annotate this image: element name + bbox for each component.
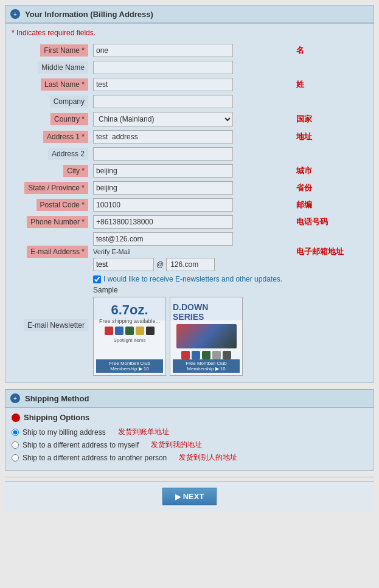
color-dot bbox=[181, 351, 190, 359]
newsletter-images: 6.7oz. Free shipping available... bbox=[93, 297, 365, 376]
shipping-option-1: Ship to my billing address 发货到账单地址 bbox=[12, 427, 367, 437]
shipping-options-container: Shipping Options Ship to my billing addr… bbox=[5, 407, 374, 471]
color-dot bbox=[125, 327, 134, 335]
address2-row: Address 2 bbox=[12, 145, 367, 162]
page-wrapper: + Your Information (Billing Address) * I… bbox=[0, 0, 379, 516]
phone-annotation: 电话号码 bbox=[294, 213, 367, 230]
address2-input[interactable] bbox=[93, 147, 233, 161]
middle-name-row: Middle Name bbox=[12, 59, 367, 76]
next-button-label: NEXT bbox=[183, 492, 204, 501]
phone-label: Phone Number * bbox=[27, 216, 88, 228]
shipping-section-icon: + bbox=[10, 393, 20, 403]
at-symbol: @ bbox=[156, 260, 164, 269]
shipping-option-2-label: Ship to a different address to myself bbox=[23, 441, 139, 449]
billing-form-container: * Indicates required fields. First Name … bbox=[5, 23, 374, 383]
country-row: Country * China (Mainland) United States… bbox=[12, 110, 367, 128]
color-dot bbox=[105, 327, 113, 335]
city-row: City * 城市 bbox=[12, 162, 367, 179]
shipping-radio-3[interactable] bbox=[12, 454, 19, 462]
verify-email-input[interactable] bbox=[93, 258, 154, 271]
billing-form-table: First Name * 名 Middle Name bbox=[12, 42, 367, 378]
state-annotation: 省份 bbox=[294, 179, 367, 196]
newsletter-checkbox-label: I would like to receive E-newsletters an… bbox=[103, 275, 282, 283]
shipping-options-header: Shipping Options bbox=[12, 413, 367, 422]
next-button[interactable]: ▶ NEXT bbox=[162, 488, 217, 505]
email-input[interactable] bbox=[93, 232, 233, 246]
required-note: * Indicates required fields. bbox=[12, 29, 367, 37]
address2-label: Address 2 bbox=[48, 148, 88, 160]
postal-input[interactable] bbox=[93, 198, 233, 212]
footer-divider bbox=[5, 477, 374, 477]
phone-row: Phone Number * 电话号码 bbox=[12, 213, 367, 230]
shipping-section-wrapper: + Shipping Method Shipping Options Ship … bbox=[5, 389, 374, 471]
newsletter-checkbox[interactable] bbox=[93, 275, 101, 283]
next-icon: ▶ bbox=[175, 493, 181, 501]
color-dot bbox=[192, 351, 200, 359]
shipping-options-title: Shipping Options bbox=[24, 413, 89, 422]
jacket-image bbox=[176, 324, 237, 348]
address1-annotation: 地址 bbox=[294, 128, 367, 145]
red-circle-icon bbox=[12, 413, 20, 422]
color-dot bbox=[223, 351, 231, 359]
address1-input[interactable] bbox=[93, 130, 233, 144]
middle-name-input[interactable] bbox=[93, 61, 233, 74]
billing-section-title: Your Information (Billing Address) bbox=[25, 10, 153, 19]
shipping-section-title: Shipping Method bbox=[25, 394, 89, 403]
shipping-option-3: Ship to a different address to another p… bbox=[12, 452, 367, 463]
last-name-row: Last Name * 姓 bbox=[12, 76, 367, 93]
company-label: Company bbox=[50, 95, 88, 108]
state-label: State / Province * bbox=[24, 182, 88, 194]
postal-annotation: 邮编 bbox=[294, 196, 367, 213]
color-dot bbox=[146, 327, 155, 335]
color-dot bbox=[115, 327, 123, 335]
company-input[interactable] bbox=[93, 95, 233, 108]
shipping-option-3-annotation: 发货到别人的地址 bbox=[179, 452, 237, 463]
color-dot bbox=[212, 351, 221, 359]
last-name-annotation: 姓 bbox=[294, 76, 367, 93]
email-row: E-mail Adderss * Verify E-Mail @ 126.com bbox=[12, 230, 367, 273]
color-dot bbox=[136, 327, 144, 335]
email-label: E-mail Adderss * bbox=[27, 246, 88, 258]
state-input[interactable] bbox=[93, 181, 233, 195]
postal-row: Postal Code * 邮编 bbox=[12, 196, 367, 213]
shipping-option-1-label: Ship to my billing address bbox=[23, 428, 106, 437]
email-domain: 126.com bbox=[166, 258, 215, 271]
shipping-section-header: + Shipping Method bbox=[5, 389, 374, 407]
next-btn-row: ▶ NEXT bbox=[5, 481, 374, 511]
newsletter-img-1: 6.7oz. Free shipping available... bbox=[93, 297, 166, 376]
sample-label: Sample bbox=[93, 286, 365, 294]
first-name-row: First Name * 名 bbox=[12, 42, 367, 59]
newsletter-row: E-mail Newsletter I would like to receiv… bbox=[12, 273, 367, 378]
last-name-input[interactable] bbox=[93, 78, 233, 91]
newsletter-content: I would like to receive E-newsletters an… bbox=[93, 275, 365, 376]
country-label: Country * bbox=[50, 113, 88, 125]
first-name-label: First Name * bbox=[40, 44, 88, 57]
shipping-option-2-annotation: 发货到我的地址 bbox=[151, 440, 202, 450]
country-select[interactable]: China (Mainland) United States Japan Ger… bbox=[93, 112, 233, 126]
shipping-radio-2[interactable] bbox=[12, 441, 19, 449]
middle-name-label: Middle Name bbox=[38, 61, 88, 74]
last-name-label: Last Name * bbox=[41, 78, 88, 91]
email-annotation: 电子邮箱地址 bbox=[294, 230, 367, 273]
shipping-option-2: Ship to a different address to myself 发货… bbox=[12, 440, 367, 450]
color-dot bbox=[202, 351, 210, 359]
first-name-annotation: 名 bbox=[294, 42, 367, 59]
state-row: State / Province * 省份 bbox=[12, 179, 367, 196]
billing-section-icon: + bbox=[10, 9, 20, 19]
address1-row: Address 1 * 地址 bbox=[12, 128, 367, 145]
company-row: Company bbox=[12, 93, 367, 110]
address1-label: Address 1 * bbox=[43, 131, 88, 143]
country-annotation: 国家 bbox=[294, 110, 367, 128]
city-label: City * bbox=[63, 165, 88, 177]
shipping-radio-1[interactable] bbox=[12, 429, 19, 436]
postal-label: Postal Code * bbox=[37, 199, 88, 211]
city-input[interactable] bbox=[93, 164, 233, 178]
newsletter-label: E-mail Newsletter bbox=[24, 319, 88, 331]
first-name-input[interactable] bbox=[93, 44, 233, 57]
city-annotation: 城市 bbox=[294, 162, 367, 179]
verify-email-label: Verify E-Mail bbox=[93, 248, 131, 255]
billing-section-header: + Your Information (Billing Address) bbox=[5, 5, 374, 23]
shipping-option-3-label: Ship to a different address to another p… bbox=[23, 454, 167, 462]
shipping-option-1-annotation: 发货到账单地址 bbox=[118, 427, 169, 437]
phone-input[interactable] bbox=[93, 215, 233, 229]
